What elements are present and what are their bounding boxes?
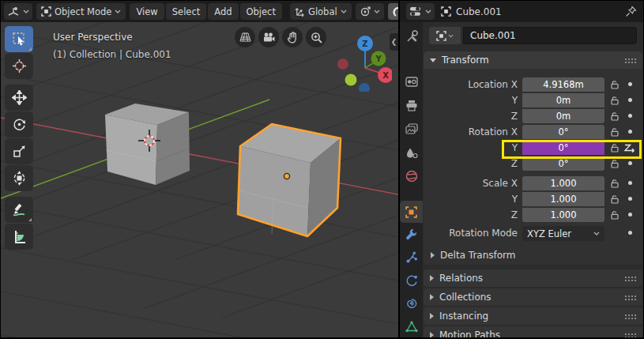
transform-icon	[12, 171, 27, 186]
sidebar-toggle[interactable]: ❮	[390, 33, 398, 51]
tab-object-data[interactable]	[400, 315, 423, 337]
menu-object[interactable]: Object	[240, 3, 282, 20]
tool-cursor-button[interactable]	[5, 53, 33, 79]
gizmo-neg-y-ball[interactable]	[345, 74, 357, 86]
animate-dot[interactable]	[628, 82, 632, 86]
panel-grip-icon[interactable]	[624, 314, 636, 319]
properties-header: Cube.001	[400, 1, 643, 22]
tab-particles[interactable]	[400, 247, 423, 269]
row-rotation-z: Z 0°	[423, 156, 643, 171]
menu-view[interactable]: View	[130, 3, 164, 20]
lock-open-icon[interactable]	[610, 159, 620, 168]
location-y-field[interactable]: 0m	[522, 93, 604, 107]
camera-icon	[262, 32, 275, 43]
tool-select-box-button[interactable]	[5, 26, 33, 52]
tab-render[interactable]	[400, 70, 423, 92]
delta-transform-label: Delta Transform	[440, 250, 516, 261]
transform-panel-header[interactable]: Transform	[424, 51, 642, 69]
scale-x-field[interactable]: 1.000	[522, 176, 604, 190]
transform-orientation-dropdown[interactable]: Global	[290, 3, 352, 20]
tool-measure-button[interactable]	[5, 224, 33, 250]
animate-dot[interactable]	[628, 161, 632, 165]
mode-dropdown[interactable]: Object Mode	[36, 3, 126, 20]
tab-scene[interactable]	[400, 141, 423, 164]
tab-object[interactable]	[400, 201, 423, 223]
lock-open-icon[interactable]	[610, 143, 620, 153]
menu-select[interactable]: Select	[166, 3, 206, 20]
magnifier-plus-icon	[311, 32, 322, 43]
animate-dot[interactable]	[628, 197, 632, 201]
panel-grip-icon[interactable]	[624, 276, 636, 281]
breadcrumb: Cube.001	[441, 6, 502, 17]
scale-y-field[interactable]: 1.000	[522, 192, 604, 206]
pin-icon[interactable]	[625, 6, 637, 17]
animate-dot[interactable]	[628, 130, 632, 134]
rotation-z-field[interactable]: 0°	[522, 156, 604, 171]
location-z-field[interactable]: 0m	[522, 109, 604, 123]
editor-type-button[interactable]	[4, 3, 32, 20]
tool-move-button[interactable]	[5, 85, 33, 111]
tab-tool[interactable]	[400, 25, 423, 47]
tool-scale-button[interactable]	[5, 138, 33, 164]
tab-constraints[interactable]	[400, 292, 423, 315]
lock-open-icon[interactable]	[610, 194, 620, 204]
snap-toggle-button[interactable]	[388, 3, 398, 20]
properties-tab-column	[400, 22, 423, 337]
rotation-y-field-driven[interactable]: 0°	[522, 141, 604, 155]
cube-selected[interactable]	[238, 124, 341, 236]
lock-open-icon[interactable]	[610, 179, 620, 188]
tab-output[interactable]	[400, 94, 423, 116]
lock-open-icon[interactable]	[610, 96, 620, 105]
animate-dot[interactable]	[628, 181, 632, 185]
panel-relations[interactable]: Relations	[424, 269, 642, 287]
panel-motion-paths[interactable]: Motion Paths	[424, 326, 642, 337]
panel-motion-paths-label: Motion Paths	[439, 330, 500, 337]
pivot-point-dropdown[interactable]	[356, 3, 384, 20]
rotation-mode-value: XYZ Euler	[527, 228, 571, 239]
camera-view-button[interactable]	[258, 27, 279, 47]
tool-annotate-button[interactable]	[5, 197, 33, 223]
lock-open-icon[interactable]	[610, 210, 620, 220]
animate-dot[interactable]	[628, 98, 632, 102]
panel-collections[interactable]: Collections	[424, 288, 642, 306]
measure-icon	[12, 229, 27, 244]
properties-editor-type-button[interactable]	[406, 3, 435, 20]
toggle-perspective-button[interactable]	[235, 27, 255, 47]
gizmo-neg-x-ball[interactable]	[337, 58, 348, 70]
panel-instancing[interactable]: Instancing	[424, 307, 642, 325]
animate-dot[interactable]	[628, 114, 632, 118]
rotate-icon	[12, 117, 27, 132]
delta-transform-subpanel[interactable]: Delta Transform	[431, 250, 516, 261]
lock-open-icon[interactable]	[610, 127, 620, 137]
object-name-input[interactable]	[463, 27, 637, 44]
tool-rotate-button[interactable]	[5, 111, 33, 137]
id-type-dropdown[interactable]	[429, 27, 461, 44]
tab-modifiers[interactable]	[400, 224, 423, 246]
navigation-gizmo[interactable]: Z Y X	[332, 30, 392, 92]
animate-dot[interactable]	[628, 231, 632, 235]
gizmo-neg-z-ball[interactable]	[359, 83, 370, 92]
expand-arrow-icon	[431, 252, 435, 258]
panel-relations-label: Relations	[439, 273, 483, 284]
location-x-field[interactable]: 4.9168m	[522, 77, 604, 92]
scale-z-field[interactable]: 1.000	[522, 208, 604, 222]
tab-world[interactable]	[400, 165, 423, 187]
rotation-x-field[interactable]: 0°	[522, 125, 604, 139]
tab-physics[interactable]	[400, 269, 423, 292]
zoom-view-button[interactable]	[306, 27, 326, 47]
output-printer-icon	[405, 100, 418, 111]
tab-view-layer[interactable]	[400, 118, 423, 140]
menu-add[interactable]: Add	[208, 3, 238, 20]
pan-view-button[interactable]	[282, 27, 303, 47]
panel-grip-icon[interactable]	[624, 58, 636, 63]
tool-transform-button[interactable]	[5, 165, 33, 191]
driver-icon[interactable]	[623, 143, 636, 153]
tool-group-corner	[28, 218, 32, 221]
panel-grip-icon[interactable]	[624, 295, 636, 300]
rotation-mode-dropdown[interactable]: XYZ Euler	[522, 226, 604, 241]
viewport-canvas[interactable]: User Perspective (1) Collection | Cube.0…	[1, 22, 398, 337]
lock-open-icon[interactable]	[610, 111, 620, 121]
animate-dot[interactable]	[628, 213, 632, 217]
panel-grip-icon[interactable]	[624, 333, 636, 338]
lock-open-icon[interactable]	[610, 80, 620, 89]
